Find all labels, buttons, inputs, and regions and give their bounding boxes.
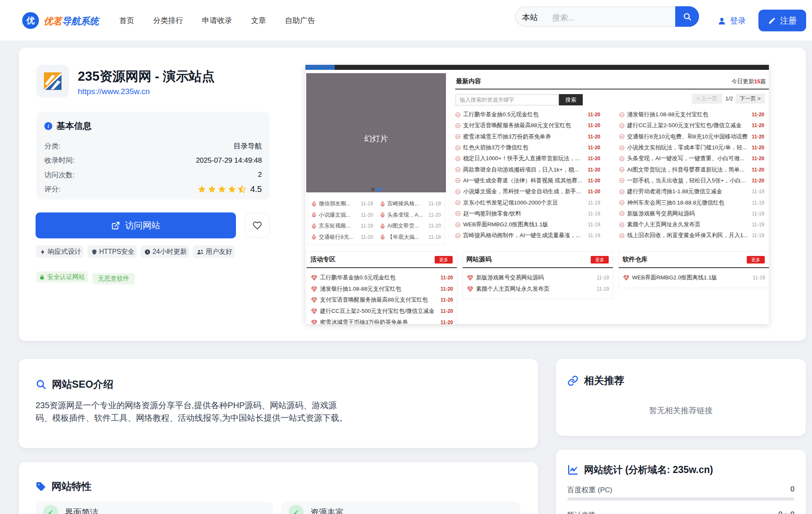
svg-text:i: i	[48, 123, 49, 129]
